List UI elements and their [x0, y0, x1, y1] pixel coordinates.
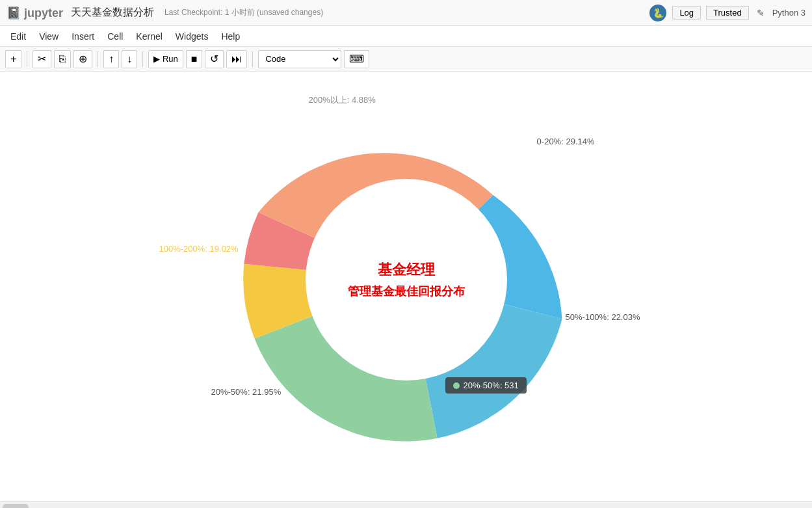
menu-insert[interactable]: Insert	[72, 31, 94, 42]
menu-kernel[interactable]: Kernel	[136, 31, 162, 42]
toolbar-separator-3	[142, 51, 143, 67]
move-up-button[interactable]: ↑	[103, 50, 119, 68]
checkpoint-status: Last Checkpoint: 1 小时前 (unsaved changes)	[164, 7, 323, 18]
edit-notebook-icon[interactable]: ✎	[757, 8, 765, 18]
donut-svg	[224, 98, 588, 462]
label-20-50: 20%-50%: 21.95%	[211, 387, 282, 397]
move-down-button[interactable]: ↓	[122, 50, 137, 68]
label-100-200: 100%-200%: 19.02%	[159, 244, 239, 254]
paste-button[interactable]: ⊕	[73, 50, 92, 68]
menu-edit[interactable]: Edit	[10, 31, 26, 42]
add-cell-button[interactable]: +	[5, 50, 21, 68]
topbar: 📓 jupyter 天天基金数据分析 Last Checkpoint: 1 小时…	[0, 0, 812, 26]
toolbar-separator-1	[27, 51, 27, 67]
stop-button[interactable]: ■	[186, 50, 203, 68]
restart-run-all-button[interactable]: ⏭	[226, 50, 247, 68]
cut-button[interactable]: ✂	[33, 50, 51, 68]
label-0-20: 0-20%: 29.14%	[537, 137, 595, 146]
svg-text:🐍: 🐍	[653, 8, 664, 19]
scrollbar-area[interactable]	[0, 501, 812, 508]
keyboard-shortcut-button[interactable]: ⌨	[344, 50, 369, 68]
label-50-100: 50%-100%: 22.03%	[566, 312, 640, 322]
notebook-title[interactable]: 天天基金数据分析	[71, 6, 154, 20]
scrollbar-thumb[interactable]	[3, 504, 29, 509]
trusted-button[interactable]: Trusted	[706, 6, 749, 20]
donut-hole	[306, 179, 507, 381]
menu-widgets[interactable]: Widgets	[176, 31, 209, 42]
jupyter-logo: 📓 jupyter	[7, 6, 63, 20]
restart-button[interactable]: ↺	[205, 50, 224, 68]
login-button[interactable]: Log	[672, 6, 701, 20]
menu-cell[interactable]: Cell	[107, 31, 123, 42]
toolbar: + ✂ ⎘ ⊕ ↑ ↓ ▶ Run ■ ↺ ⏭ Code Markdown Ra…	[0, 47, 812, 72]
label-200-plus: 200%以上: 4.88%	[309, 94, 376, 106]
menu-view[interactable]: View	[39, 31, 59, 42]
toolbar-separator-2	[98, 51, 98, 67]
main-content: 基金经理 管理基金最佳回报分布 0-20%: 29.14% 50%-100%: …	[0, 72, 812, 501]
menubar: Edit View Insert Cell Kernel Widgets Hel…	[0, 26, 812, 47]
python-icon: 🐍	[649, 4, 667, 22]
run-button[interactable]: ▶ Run	[148, 50, 183, 68]
chart-area: 基金经理 管理基金最佳回报分布 0-20%: 29.14% 50%-100%: …	[0, 78, 812, 494]
kernel-name: Python 3	[772, 8, 805, 18]
cell-type-select[interactable]: Code Markdown Raw NBConvert	[258, 50, 341, 68]
copy-button[interactable]: ⎘	[54, 50, 71, 68]
donut-chart: 基金经理 管理基金最佳回报分布 0-20%: 29.14% 50%-100%: …	[224, 98, 588, 462]
menu-help[interactable]: Help	[221, 31, 240, 42]
toolbar-separator-4	[252, 51, 253, 67]
